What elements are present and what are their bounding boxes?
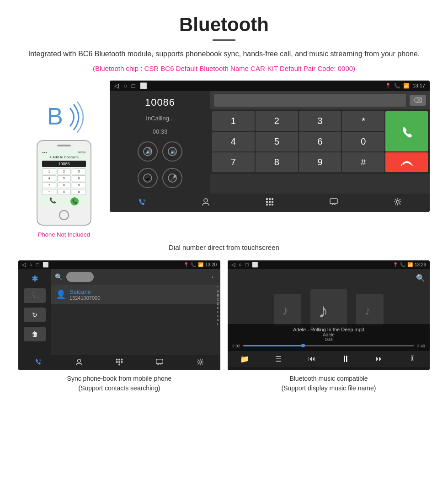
phonebook-caption: Sync phone-book from mobile phone(Suppor…	[18, 374, 220, 393]
numpad-key-5[interactable]: 5	[256, 132, 298, 151]
music-pause-button[interactable]: ⏸	[329, 354, 363, 364]
contacts-tab[interactable]	[174, 197, 238, 208]
call-end-button[interactable]	[385, 152, 428, 172]
contact-person-icon: 👤	[56, 289, 66, 299]
mute-button[interactable]: 🎤	[162, 168, 182, 188]
pb-dialpad-tab[interactable]	[99, 358, 139, 367]
pb-recent-calls-tab[interactable]	[18, 358, 59, 367]
music-caption: Bluetooth music compatible(Support displ…	[228, 374, 430, 393]
music-prev-button[interactable]: ⏮	[295, 355, 329, 363]
pb-screenshot-icon: ⬜	[43, 262, 49, 268]
phonebook-search-row: 🔍 ←	[51, 269, 220, 285]
numpad-key-0[interactable]: 0	[342, 132, 384, 151]
music-back-icon: ◁	[231, 262, 235, 268]
settings-icon	[393, 197, 402, 206]
phone-call-start[interactable]: 📞	[70, 197, 79, 205]
chip-info: (Bluetooth chip : CSR BC6 Default Blueto…	[18, 65, 430, 72]
svg-text:🎤: 🎤	[170, 174, 177, 181]
volume-up-button[interactable]: 🔊	[138, 141, 158, 162]
phonebook-nav-icons: ◁ ○ □ ⬜	[22, 262, 49, 268]
music-next-button[interactable]: ⏭	[363, 355, 396, 363]
music-progress-bar[interactable]	[243, 345, 415, 346]
pb-back-icon: ◁	[22, 262, 26, 268]
phonebook-status-right: 📍 📞 📶 13:20	[183, 262, 217, 267]
phone-key-star: *	[42, 189, 56, 195]
phonebook-screen-wrap: ◁ ○ □ ⬜ 📍 📞 📶 13:20	[18, 260, 220, 393]
delete-sidebar-btn[interactable]: 🗑	[24, 327, 46, 341]
call-accept-button[interactable]	[385, 111, 428, 151]
music-search-icon[interactable]: 🔍	[416, 274, 425, 282]
music-track-position: 1/48	[232, 337, 425, 342]
music-screenshot-icon: ⬜	[252, 262, 258, 268]
music-equalizer-icon[interactable]: 🎚	[396, 355, 430, 363]
music-status-right: 📍 📞 📶 13:26	[393, 262, 426, 267]
pb-sms-tab[interactable]	[139, 358, 180, 367]
svg-rect-25	[118, 358, 120, 360]
svg-rect-24	[116, 358, 118, 360]
settings-tab[interactable]	[366, 197, 430, 208]
music-playlist-icon[interactable]: ☰	[261, 355, 295, 363]
svg-rect-12	[266, 198, 268, 200]
pb-time: 13:20	[205, 262, 217, 267]
sms-icon	[329, 197, 338, 206]
numpad-input-field[interactable]	[214, 94, 406, 107]
dial-button-row-1: 🔊 🔉	[138, 141, 182, 162]
music-album-prev: ♪	[274, 294, 301, 326]
numpad-key-6[interactable]: 6	[299, 132, 341, 151]
music-folder-icon[interactable]: 📁	[228, 355, 261, 363]
phone-transfer-icon: 📱	[143, 173, 152, 183]
phone-key-3: 3	[72, 168, 86, 174]
pb-contacts-tab[interactable]	[59, 358, 99, 367]
numpad-key-8[interactable]: 8	[256, 152, 298, 172]
numpad-key-4[interactable]: 4	[212, 132, 255, 151]
phone-key-7: 7	[42, 182, 56, 188]
dialpad-tab[interactable]	[238, 197, 302, 208]
numpad-key-7[interactable]: 7	[212, 152, 255, 172]
svg-point-11	[204, 199, 208, 202]
pb-contacts-icon	[75, 358, 83, 366]
numpad-key-hash[interactable]: #	[342, 152, 384, 172]
numpad-key-1[interactable]: 1	[212, 111, 255, 131]
sync-sidebar-btn[interactable]: ↻	[24, 308, 46, 322]
svg-rect-31	[156, 359, 163, 363]
music-time-total: 3:49	[417, 344, 425, 348]
numpad-key-3[interactable]: 3	[299, 111, 341, 131]
pb-settings-icon	[196, 358, 204, 366]
svg-text:📱: 📱	[144, 175, 150, 181]
dial-bottom-bar	[110, 194, 430, 212]
numpad-key-2[interactable]: 2	[256, 111, 298, 131]
numpad-key-9[interactable]: 9	[299, 152, 341, 172]
recent-calls-tab[interactable]	[110, 197, 174, 208]
numpad-key-star[interactable]: *	[342, 111, 384, 131]
call-sidebar-btn[interactable]: 📞	[24, 288, 46, 303]
pb-sms-icon	[155, 358, 164, 366]
sms-tab[interactable]	[302, 197, 366, 208]
music-nav-icons: ◁ ○ □ ⬜	[231, 262, 258, 268]
music-progress-fill	[243, 345, 303, 346]
contact-row[interactable]: 👤 Seicane 13241007000	[51, 285, 220, 304]
transfer-button[interactable]: 📱	[138, 168, 158, 188]
phone-key-4: 4	[42, 175, 56, 181]
car-screen-dial: ◁ ○ □ ⬜ 📍 📞 📶 13:17	[110, 81, 430, 212]
dial-button-row-2: 📱 🎤	[138, 168, 182, 188]
delete-button[interactable]: ⌫	[410, 95, 426, 106]
recent-calls-icon	[137, 197, 146, 206]
dial-statusbar: ◁ ○ □ ⬜ 📍 📞 📶 13:17	[110, 81, 430, 91]
call-status-icon: 📞	[394, 83, 400, 89]
dial-nav-icons: ◁ ○ □ ⬜	[114, 82, 147, 89]
contact-number: 13241007000	[69, 295, 100, 301]
dial-left-panel: 10086 InCalling... 00:33 🔊	[110, 91, 210, 194]
music-info-overlay: Adele - Rolling In the Deep.mp3 Adele 1/…	[228, 324, 430, 351]
home-nav-icon: ○	[123, 82, 127, 89]
svg-rect-17	[272, 201, 273, 203]
description-text: Integrated with BC6 Bluetooth module, su…	[18, 48, 430, 60]
svg-rect-13	[269, 198, 271, 200]
pb-settings-tab[interactable]	[180, 358, 220, 367]
pb-call-icon: 📞	[191, 262, 196, 267]
svg-point-32	[199, 361, 201, 363]
pb-location-icon: 📍	[183, 262, 189, 267]
search-back-arrow[interactable]: ←	[210, 273, 217, 281]
svg-rect-19	[269, 204, 271, 205]
contact-info: Seicane 13241007000	[69, 288, 100, 301]
volume-down-button[interactable]: 🔉	[162, 141, 182, 162]
